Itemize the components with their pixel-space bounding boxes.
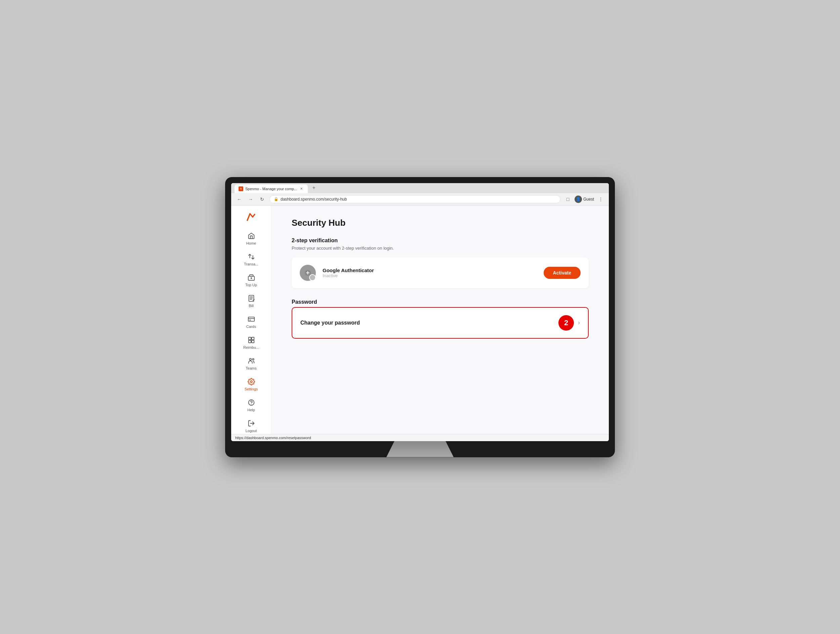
- tab-favicon: S: [238, 186, 243, 191]
- sidebar-item-transactions[interactable]: Transa...: [236, 249, 267, 269]
- sidebar-item-teams[interactable]: Teams: [236, 353, 267, 373]
- sidebar-item-bill[interactable]: Bill: [236, 291, 267, 311]
- refresh-button[interactable]: ↻: [258, 195, 266, 203]
- sidebar-item-reimbursements[interactable]: Reimbu...: [236, 333, 267, 352]
- sidebar-item-topup-label: Top Up: [245, 283, 257, 287]
- address-bar-row: ← → ↻ 🔒 dashboard.spenmo.com/security-hu…: [231, 193, 609, 205]
- browser-action-area: □ 👤 Guest ⋮: [564, 195, 605, 203]
- authenticator-name: Google Authenticator: [322, 267, 537, 273]
- password-section: Password Change your password 2 ›: [292, 299, 589, 339]
- url-bar[interactable]: 🔒 dashboard.spenmo.com/security-hub: [270, 195, 561, 203]
- main-content: Security Hub 2-step verification Protect…: [272, 206, 609, 434]
- app-layout: Home Transa...: [231, 206, 609, 434]
- active-tab[interactable]: S Spenmo - Manage your comp... ✕: [235, 185, 308, 193]
- sidebar-item-bill-label: Bill: [249, 304, 254, 308]
- svg-rect-3: [248, 337, 251, 339]
- user-avatar: 👤: [575, 196, 582, 203]
- sidebar-item-settings-label: Settings: [245, 387, 258, 391]
- authenticator-icon: [300, 265, 316, 281]
- reimbu-icon: [246, 335, 256, 345]
- sidebar-logo[interactable]: [245, 211, 258, 223]
- svg-rect-4: [251, 337, 254, 339]
- activate-button[interactable]: Activate: [544, 267, 581, 279]
- password-badge: 2: [559, 315, 574, 331]
- settings-icon: [246, 377, 256, 386]
- sidebar-item-home[interactable]: Home: [236, 229, 267, 248]
- more-options-button[interactable]: ⋮: [597, 195, 605, 203]
- two-factor-section: 2-step verification Protect your account…: [292, 238, 589, 288]
- forward-button[interactable]: →: [246, 195, 255, 203]
- svg-rect-2: [248, 317, 254, 321]
- status-bar: https://dashboard.spenmo.com/resetpasswo…: [231, 434, 609, 441]
- tab-bar: S Spenmo - Manage your comp... ✕ +: [231, 183, 609, 193]
- authenticator-card: Google Authenticator Inactive Activate: [292, 257, 589, 288]
- status-url: https://dashboard.spenmo.com/resetpasswo…: [235, 436, 311, 440]
- svg-rect-6: [251, 340, 254, 342]
- user-account-button[interactable]: 👤 Guest: [575, 196, 594, 203]
- sidebar-item-cards[interactable]: Cards: [236, 312, 267, 331]
- section-2fa-desc: Protect your account with 2-step verific…: [292, 246, 589, 251]
- authenticator-info: Google Authenticator Inactive: [322, 267, 537, 278]
- home-icon: [246, 231, 256, 241]
- sidebar-item-cards-label: Cards: [246, 325, 256, 329]
- sidebar: Home Transa...: [231, 206, 272, 434]
- help-icon: [246, 398, 256, 407]
- cards-icon: [246, 314, 256, 324]
- chevron-right-icon: ›: [578, 319, 580, 326]
- transactions-icon: [246, 252, 256, 262]
- svg-point-8: [252, 358, 254, 360]
- page-title: Security Hub: [292, 218, 589, 228]
- url-text: dashboard.spenmo.com/security-hub: [281, 197, 347, 202]
- sidebar-item-settings[interactable]: Settings: [236, 374, 267, 394]
- new-tab-button[interactable]: +: [309, 183, 319, 192]
- topup-icon: [246, 273, 256, 282]
- sidebar-item-transactions-label: Transa...: [244, 262, 258, 266]
- tab-title: Spenmo - Manage your comp...: [245, 187, 297, 191]
- sidebar-item-logout-label: Logout: [246, 429, 257, 433]
- svg-rect-5: [248, 340, 251, 342]
- authenticator-status: Inactive: [322, 273, 537, 278]
- teams-icon: [246, 356, 256, 366]
- sidebar-item-help[interactable]: Help: [236, 395, 267, 415]
- section-password-title: Password: [292, 299, 589, 305]
- sidebar-item-logout[interactable]: Logout: [236, 416, 267, 435]
- sidebar-item-help-label: Help: [247, 408, 255, 412]
- extensions-button[interactable]: □: [564, 195, 572, 203]
- change-password-card[interactable]: Change your password 2 ›: [292, 307, 589, 339]
- tab-close-button[interactable]: ✕: [299, 186, 304, 191]
- change-password-label: Change your password: [300, 320, 559, 326]
- section-2fa-title: 2-step verification: [292, 238, 589, 244]
- user-label: Guest: [583, 197, 594, 202]
- sidebar-item-teams-label: Teams: [246, 366, 256, 370]
- sidebar-item-home-label: Home: [246, 241, 256, 245]
- bill-icon: [246, 293, 256, 303]
- back-button[interactable]: ←: [235, 195, 243, 203]
- lock-icon: 🔒: [274, 197, 278, 201]
- logout-icon: [246, 419, 256, 428]
- svg-point-9: [250, 381, 252, 383]
- svg-point-7: [249, 358, 251, 360]
- sidebar-item-topup[interactable]: Top Up: [236, 270, 267, 290]
- sidebar-bottom: Help Logout: [236, 395, 267, 435]
- sidebar-item-reimbu-label: Reimbu...: [243, 345, 259, 349]
